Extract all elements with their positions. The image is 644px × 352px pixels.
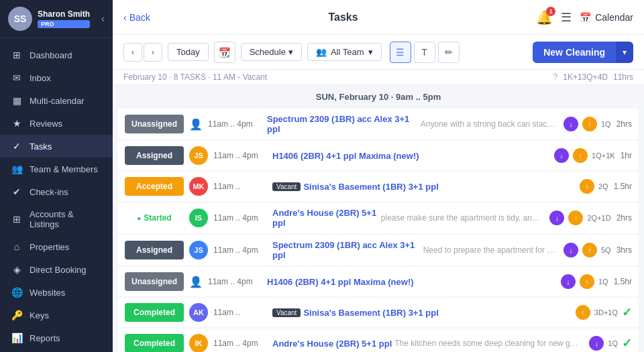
priority-up-button[interactable]: ↑ (568, 211, 583, 225)
task-tag: 1Q (601, 120, 611, 128)
task-duration: 1.5hr (614, 182, 632, 191)
notification-button[interactable]: 🔔 1 (536, 9, 553, 25)
status-badge: Started (125, 209, 184, 227)
priority-up-button[interactable]: ↑ (580, 179, 594, 194)
task-description: The kitchen needs some deep cleaning for… (394, 339, 582, 348)
priority-down-button[interactable]: ↓ (564, 243, 578, 257)
task-title[interactable]: Sinisa's Basement (1BR) 3+1 ppl (303, 308, 438, 318)
table-row: AssignedJS11am .. 4pmSpectrum 2309 (1BR)… (118, 235, 639, 266)
completed-check-icon: ✓ (622, 305, 632, 320)
back-label: Back (129, 12, 150, 23)
team-filter-icon: 👥 (316, 47, 327, 57)
sidebar-item-livesupport[interactable]: 💬 Live Support (0, 349, 113, 352)
task-time: 11am .. (213, 308, 267, 317)
next-date-button[interactable]: › (144, 43, 162, 62)
status-badge: Unassigned (125, 115, 184, 133)
assignee-avatar: MK (189, 177, 208, 196)
priority-up-button[interactable]: ↑ (580, 274, 594, 289)
text-view-button[interactable]: T (414, 42, 435, 63)
vacant-badge: Vacant (272, 308, 301, 317)
sidebar-item-team[interactable]: 👥 Team & Members (0, 158, 113, 180)
sidebar-item-reports[interactable]: 📊 Reports (0, 327, 113, 349)
schedule-dropdown-button[interactable]: Schedule ▾ (241, 43, 302, 61)
task-title[interactable]: Andre's House (2BR) 5+1 ppl (272, 339, 392, 349)
priority-up-button[interactable]: ↑ (582, 117, 597, 131)
sidebar-item-label: Accounts & Listings (30, 209, 102, 229)
priority-up-button[interactable]: ↑ (573, 148, 588, 163)
sidebar-user: SS Sharon Smith PRO (8, 7, 90, 31)
task-title[interactable]: Andre's House (2BR) 5+1 ppl (272, 208, 378, 228)
sidebar-item-directbooking[interactable]: ◈ Direct Booking (0, 258, 113, 281)
sidebar-item-accounts[interactable]: ⊞ Accounts & Listings (0, 203, 113, 235)
priority-up-button[interactable]: ↑ (582, 243, 597, 257)
priority-down-button[interactable]: ↓ (561, 274, 576, 289)
status-badge: Completed (125, 334, 184, 352)
sidebar-item-label: Dashboard (30, 50, 72, 60)
inbox-icon: ✉ (11, 72, 23, 83)
table-row: AssignedJS11am .. 4pmH1406 (2BR) 4+1 ppl… (118, 141, 639, 170)
priority-down-button[interactable]: ↓ (549, 211, 564, 225)
new-cleaning-button[interactable]: New Cleaning (533, 42, 616, 63)
toolbar: ‹ › Today 📆 Schedule ▾ 👥 All Team ▾ ☰ T … (113, 35, 644, 70)
datebar-stats: ? 1K+13Q+4D 11hrs (553, 72, 633, 82)
task-title[interactable]: Spectrum 2309 (1BR) acc Alex 3+1 ppl (267, 114, 418, 134)
task-title[interactable]: H1406 (2BR) 4+1 ppl Maxima (new!) (267, 277, 414, 287)
task-tag: 1Q (598, 278, 608, 286)
task-title[interactable]: Spectrum 2309 (1BR) acc Alex 3+1 ppl (272, 240, 421, 260)
priority-up-button[interactable]: ↑ (576, 305, 590, 320)
sidebar-item-reviews[interactable]: ★ Reviews (0, 112, 113, 135)
table-row: Unassigned👤11am .. 4pmSpectrum 2309 (1BR… (118, 109, 639, 139)
collapse-sidebar-button[interactable]: ‹ (101, 13, 105, 25)
accounts-icon: ⊞ (11, 214, 23, 225)
menu-icon[interactable]: ☰ (561, 10, 572, 25)
prev-date-button[interactable]: ‹ (123, 43, 142, 62)
task-stats: 1K+13Q+4D (563, 72, 608, 82)
sidebar-item-checkins[interactable]: ✔ Check-ins (0, 180, 113, 203)
sidebar-item-keys[interactable]: 🔑 Keys (0, 304, 113, 327)
task-description: Anyone with a strong back can stack u... (421, 119, 558, 129)
task-meta: ↓↑5Q3hrs (564, 243, 632, 257)
priority-down-button[interactable]: ↓ (564, 117, 578, 131)
help-icon: ? (553, 72, 558, 82)
avatar: SS (8, 7, 32, 31)
task-tag: 2Q+1D (587, 214, 610, 222)
pro-badge: PRO (38, 20, 90, 28)
flame-view-button[interactable]: ✏ (438, 42, 460, 63)
vacant-badge: Vacant (272, 182, 301, 191)
new-cleaning-dropdown-button[interactable]: ▾ (616, 42, 633, 63)
team-filter-button[interactable]: 👥 All Team ▾ (307, 43, 382, 61)
sidebar-item-properties[interactable]: ⌂ Properties (0, 235, 113, 258)
task-duration: 1.5hr (614, 277, 632, 286)
sidebar-item-inbox[interactable]: ✉ Inbox (0, 66, 113, 89)
sidebar-item-websites[interactable]: 🌐 Websites (0, 281, 113, 304)
keys-icon: 🔑 (11, 310, 23, 320)
task-tag: 1Q (608, 339, 618, 347)
back-button[interactable]: ‹ Back (123, 12, 150, 23)
task-title[interactable]: Sinisa's Basement (1BR) 3+1 ppl (303, 182, 438, 192)
calendar-button[interactable]: 📅 Calendar (580, 12, 633, 23)
table-row: StartedIS11am .. 4pmAndre's House (2BR) … (118, 202, 639, 233)
sidebar-item-multicalendar[interactable]: ▦ Multi-calendar (0, 89, 113, 112)
calendar-picker-button[interactable]: 📆 (214, 42, 235, 63)
tasks-icon: ✓ (11, 141, 23, 152)
multicalendar-icon: ▦ (11, 95, 23, 106)
status-badge: Assigned (125, 241, 184, 259)
priority-down-button[interactable]: ↓ (589, 336, 604, 351)
assignee-avatar: IS (189, 209, 208, 227)
sidebar-item-tasks[interactable]: ✓ Tasks (0, 135, 113, 158)
list-view-button[interactable]: ☰ (390, 42, 411, 63)
task-description: please make sure the apartment is tidy, … (381, 213, 545, 223)
sidebar-item-label: Tasks (30, 141, 52, 152)
task-time: 11am .. 4pm (208, 119, 262, 129)
task-duration: 2hrs (616, 213, 632, 223)
sidebar-item-dashboard[interactable]: ⊞ Dashboard (0, 44, 113, 66)
dashboard-icon: ⊞ (11, 50, 23, 60)
sidebar-item-label: Check-ins (30, 187, 68, 197)
task-title[interactable]: H1406 (2BR) 4+1 ppl Maxima (new!) (272, 151, 419, 161)
websites-icon: 🌐 (11, 287, 23, 298)
priority-down-button[interactable]: ↓ (554, 148, 569, 163)
task-tag: 1Q+1K (592, 152, 615, 160)
sidebar-item-label: Keys (30, 310, 49, 320)
sidebar-nav: ⊞ Dashboard ✉ Inbox ▦ Multi-calendar ★ R… (0, 38, 113, 352)
today-button[interactable]: Today (168, 43, 209, 61)
